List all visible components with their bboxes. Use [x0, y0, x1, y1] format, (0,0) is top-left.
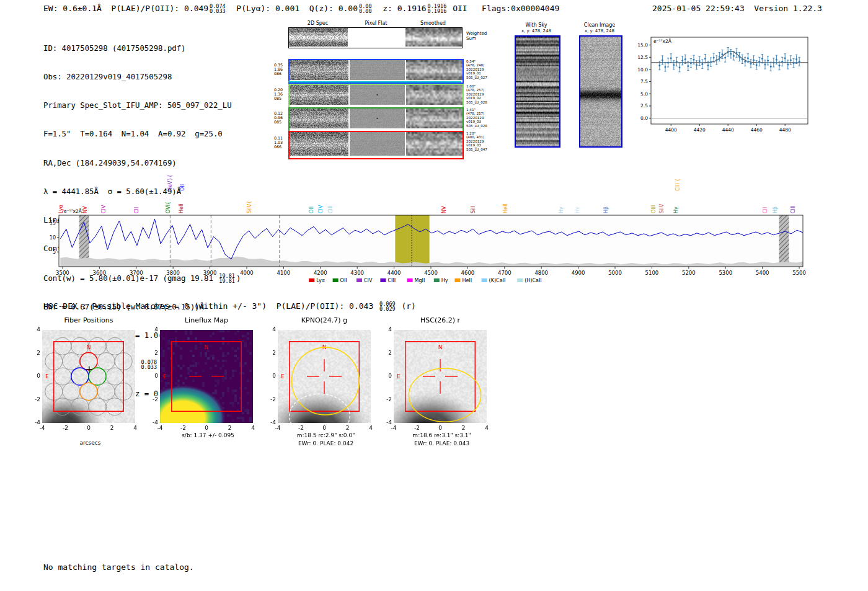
clean-xy: x, y: 478, 248 — [577, 29, 622, 33]
spectral-line-label: SiIV{ — [247, 201, 252, 213]
x-tick-label: 4 — [247, 425, 259, 431]
legend-label: (H)CaII — [525, 278, 541, 283]
panel-title: HSC(26.2) r — [394, 316, 487, 324]
smoothed-image — [406, 132, 463, 156]
x-tick-label: -4 — [36, 425, 48, 431]
y-tick-label: 15 — [50, 220, 56, 226]
y-tick-label: 0 — [28, 373, 40, 379]
x-tick-label: 0 — [434, 425, 446, 431]
y-tick-label: 4 — [379, 326, 392, 332]
plae-error-range: 0.0740.033 — [210, 4, 226, 14]
spectral-line-label: OII — [180, 184, 185, 191]
fiber-circle-g — [54, 337, 71, 355]
spectral-line-label: CII — [763, 207, 768, 213]
spectral-line-label: Hβ — [773, 207, 778, 213]
spec2d-weighted-row — [288, 27, 463, 48]
row2-weights: 0.201.36085 — [274, 87, 288, 100]
full-spectrum-svg: 5101535003600370038003900400041004200430… — [46, 166, 815, 290]
data-point — [670, 57, 672, 59]
spectral-line-label: OIII — [651, 205, 657, 213]
x-tick-label: 4300 — [350, 270, 364, 276]
fiber-circle-g — [106, 337, 123, 355]
lineflux-map-overlay: NE — [160, 330, 253, 423]
y-tick-label: 5.0 — [640, 91, 648, 97]
source-dashed-ellipse — [290, 394, 350, 423]
id-line: ID: 4017505298 (4017505298.pdf) — [43, 44, 241, 53]
panel-title: Fiber Positions — [42, 316, 135, 324]
aperture-circle — [292, 347, 360, 415]
weighted-smoothed-image — [405, 28, 462, 47]
withsky-image — [515, 35, 560, 148]
y-tick-label: 12.5 — [637, 55, 648, 60]
y-tick-label: 2 — [379, 350, 392, 356]
fiber-circle-g — [106, 368, 123, 385]
spec2d-row-3 — [288, 107, 464, 132]
data-point — [701, 63, 703, 65]
x-tick-label: 0 — [82, 425, 95, 431]
legend-swatch — [309, 278, 314, 282]
data-point — [742, 58, 743, 60]
panel-title: Lineflux Map — [160, 316, 253, 324]
lineflux-map-panel: Lineflux Map NE s/b: 1.37 +/- 0.095 -4-4… — [144, 316, 272, 450]
weighted-2dspec-image — [289, 28, 348, 47]
mag-caption: m:18.6 re:3.1" s:3.1" — [378, 432, 505, 438]
row1-weights: 0.351.86086 — [274, 63, 288, 76]
y-tick-label: 2.5 — [640, 103, 648, 109]
x-axis-label: arcsecs — [27, 440, 154, 446]
spectral-line-label: Hγ — [559, 207, 564, 213]
y-axis-label: e⁻¹⁷x2Å — [64, 208, 82, 214]
data-point — [727, 51, 729, 53]
spectral-line-label: NV — [82, 206, 88, 213]
y-tick-label: 0 — [146, 373, 158, 379]
pixelflat-image — [350, 109, 405, 128]
data-point — [684, 58, 686, 60]
data-point — [665, 66, 666, 68]
kpno-overlay: NE — [278, 330, 371, 423]
data-point — [676, 61, 678, 63]
x-tick-label: 4100 — [277, 270, 291, 276]
y-tick-label: 4 — [28, 326, 40, 332]
y-tick-label: 2 — [264, 350, 276, 356]
legend-swatch — [333, 278, 339, 282]
spectral-line-label: CIV — [318, 205, 324, 213]
x-tick-label: 2 — [458, 425, 470, 431]
spectral-line-label: CIV — [101, 205, 107, 213]
plot-bg — [59, 215, 803, 267]
x-tick-label: -2 — [177, 425, 190, 431]
x-tick-label: 5100 — [645, 270, 659, 276]
spectral-line-label: NeV}{ — [167, 174, 173, 191]
x-tick-label: 5300 — [719, 270, 732, 276]
data-point — [761, 58, 763, 60]
data-point — [753, 59, 755, 61]
data-point — [679, 66, 681, 68]
spec2d-row-1 — [288, 59, 464, 84]
spectral-line-label: HeII — [503, 203, 508, 213]
masked-region-band — [779, 215, 789, 267]
x-tick-label: 4460 — [751, 127, 763, 133]
row3-annotation: 1.41"(478, 257)20220129v019_03505_LU_028 — [466, 108, 494, 128]
data-point — [707, 64, 709, 66]
x-tick-label: -2 — [60, 425, 72, 431]
x-tick-label: 4500 — [424, 270, 438, 276]
legend-swatch — [517, 278, 523, 282]
spectral-line-label: NV — [441, 206, 447, 213]
data-point — [690, 62, 692, 64]
spectral-line-label: Hβ — [603, 207, 609, 213]
withsky-xy: x, y: 478, 248 — [513, 29, 559, 33]
x-tick-label: 5400 — [756, 270, 769, 276]
data-point — [776, 59, 777, 61]
y-tick-label: 4 — [146, 326, 158, 332]
seeing-line: F=1.5" T=0.164 N=1.04 A=0.92 g=25.0 — [43, 130, 241, 139]
row3-weights: 0.120.96085 — [274, 111, 288, 124]
x-tick-label: -2 — [295, 425, 308, 431]
x-tick-label: 4440 — [722, 127, 734, 133]
y-axis-label: e⁻¹⁷x2Å — [653, 38, 672, 44]
data-point — [713, 57, 715, 59]
east-label: E — [397, 373, 401, 380]
data-point — [750, 63, 752, 64]
data-point — [790, 59, 792, 61]
legend-label: OII — [340, 278, 347, 283]
x-tick-label: 4800 — [534, 270, 548, 276]
header-plya-qz: P(Lyα): 0.001 Q(z): 0.00 — [227, 4, 358, 13]
hscdex-line: HSC-DEX : Possible Matches = 0 (within +… — [43, 301, 416, 311]
